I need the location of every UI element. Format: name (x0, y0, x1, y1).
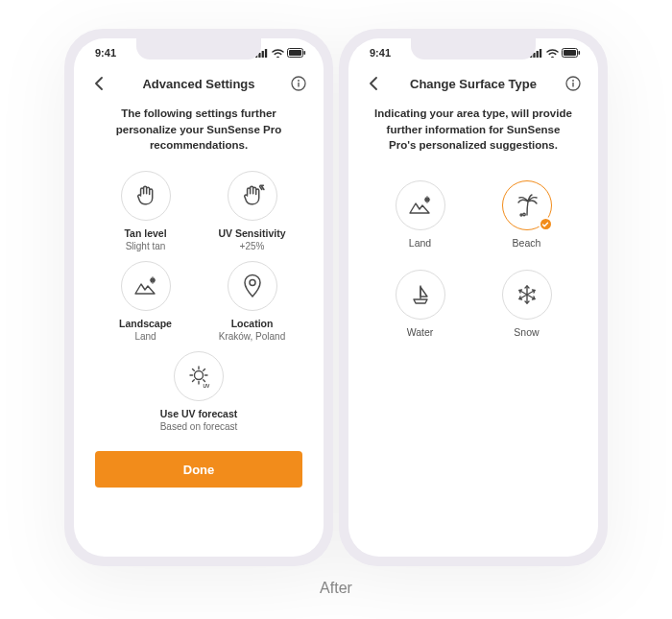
setting-landscape[interactable]: Landscape Land (95, 261, 196, 342)
done-button[interactable]: Done (95, 451, 302, 488)
setting-value: Slight tan (126, 241, 166, 251)
surface-grid: Land Beach Water (348, 157, 598, 338)
back-button[interactable] (362, 72, 385, 95)
battery-icon (287, 48, 306, 58)
phones-stage: 9:41 Advanced Settings The following set… (64, 29, 608, 566)
svg-point-25 (522, 213, 524, 215)
surface-option-beach[interactable]: Beach (476, 180, 577, 249)
setting-title: UV Sensitivity (218, 227, 285, 239)
mountain-sun-icon (133, 276, 158, 296)
setting-value: Based on forecast (160, 421, 238, 432)
nav-bar: Advanced Settings (74, 67, 324, 100)
setting-title: Landscape (119, 318, 172, 329)
surface-option-water[interactable]: Water (370, 270, 470, 338)
notch (136, 38, 261, 60)
svg-point-12 (194, 371, 203, 380)
info-button[interactable] (287, 72, 310, 95)
svg-point-22 (572, 80, 574, 82)
settings-row-center: UV Use UV forecast Based on forecast (74, 342, 324, 432)
nav-bar: Change Surface Type (348, 67, 598, 100)
svg-text:UV: UV (203, 383, 210, 389)
chevron-left-icon (369, 77, 378, 90)
surface-label: Land (409, 237, 431, 249)
setting-title: Location (231, 318, 274, 329)
intro-text: Indicating your area type, will provide … (348, 100, 598, 157)
svg-rect-17 (540, 49, 541, 58)
chevron-left-icon (94, 77, 104, 90)
setting-value: +25% (240, 241, 265, 251)
back-button[interactable] (87, 72, 110, 95)
screen-left: 9:41 Advanced Settings The following set… (74, 38, 324, 557)
info-icon (565, 76, 581, 91)
mountain-sun-icon (408, 196, 433, 215)
hand-icon (133, 183, 158, 208)
status-time: 9:41 (370, 47, 391, 59)
svg-rect-20 (579, 51, 581, 55)
screen-right: 9:41 Change Surface Type Indicating your… (348, 38, 598, 557)
hand-uv-icon (240, 183, 265, 208)
status-time: 9:41 (95, 47, 116, 59)
setting-uv-forecast[interactable]: UV Use UV forecast Based on forecast (160, 351, 238, 432)
info-button[interactable] (562, 72, 585, 95)
phone-left: 9:41 Advanced Settings The following set… (64, 29, 333, 566)
battery-icon (562, 48, 581, 58)
svg-point-8 (298, 80, 300, 82)
svg-point-11 (250, 280, 255, 286)
svg-rect-9 (298, 83, 299, 87)
setting-value: Land (134, 331, 156, 342)
palm-icon (515, 193, 540, 218)
info-icon (291, 76, 306, 91)
page-title: Advanced Settings (110, 77, 287, 91)
setting-title: Use UV forecast (160, 408, 238, 419)
svg-rect-5 (289, 50, 301, 56)
status-icons (530, 48, 581, 58)
wifi-icon (546, 49, 559, 58)
setting-uv-sensitivity[interactable]: UV Sensitivity +25% (202, 171, 302, 251)
setting-location[interactable]: Location Kraków, Poland (202, 261, 302, 342)
settings-grid: Tan level Slight tan UV Sensitivity +25%… (74, 157, 324, 342)
setting-tan-level[interactable]: Tan level Slight tan (95, 171, 196, 251)
status-icons (255, 48, 306, 58)
svg-rect-16 (537, 51, 539, 58)
sailboat-icon (409, 283, 432, 306)
snowflake-icon (516, 283, 539, 306)
svg-rect-2 (262, 51, 264, 58)
svg-point-26 (520, 214, 522, 216)
notch (411, 38, 536, 60)
sun-uv-icon: UV (185, 363, 212, 390)
caption: After (0, 580, 672, 597)
svg-rect-6 (304, 51, 306, 55)
phone-right: 9:41 Change Surface Type Indicating your… (339, 29, 608, 566)
setting-value: Kraków, Poland (219, 331, 286, 342)
svg-rect-23 (572, 83, 573, 87)
surface-label: Beach (513, 237, 541, 249)
setting-title: Tan level (124, 227, 166, 239)
check-icon (539, 217, 553, 231)
svg-rect-19 (564, 50, 576, 56)
svg-rect-3 (265, 49, 267, 58)
surface-option-snow[interactable]: Snow (476, 270, 577, 338)
intro-text: The following settings further personali… (74, 100, 324, 157)
wifi-icon (272, 49, 284, 58)
pin-icon (242, 274, 263, 298)
done-button-label: Done (183, 463, 215, 477)
surface-label: Snow (514, 326, 539, 338)
surface-option-land[interactable]: Land (370, 180, 470, 249)
page-title: Change Surface Type (385, 77, 562, 91)
surface-label: Water (407, 326, 434, 338)
